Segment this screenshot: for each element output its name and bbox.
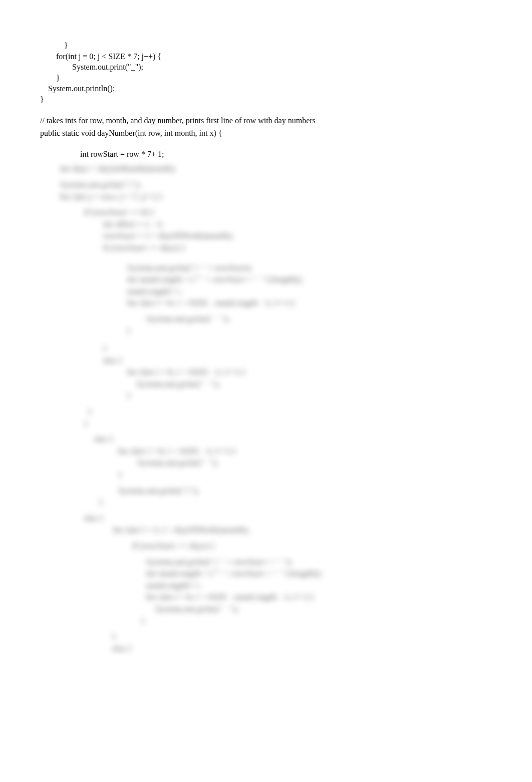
blurred-line: numLength++;	[110, 580, 502, 591]
blurred-line: numLength++;	[100, 286, 502, 297]
visible-code-line: int rowStart = row * 7+ 1;	[60, 149, 502, 160]
blurred-line: for (int i = 0; i < SIZE - numLength - 1…	[110, 592, 502, 603]
blurred-line: System.out.print(" ");	[100, 379, 502, 390]
blurred-line: else {	[85, 643, 502, 654]
blurred-line: for (int j = row; j < 7; j++) {	[60, 191, 502, 202]
blurred-line: if (rowStart <= days) {	[85, 242, 502, 253]
blurred-line: if (rowStart <= 0) {	[75, 207, 502, 218]
blurred-line: System.out.print("|");	[60, 179, 502, 190]
blurred-line: System.out.print("|");	[100, 485, 502, 496]
blurred-line: }	[100, 325, 502, 336]
blurred-line: }	[85, 631, 502, 642]
blurred-code-region: int days = dayInMonth(month); System.out…	[40, 163, 502, 654]
blurred-line: int numLength = ("" + rowStart + " ").le…	[110, 568, 502, 579]
blurred-line: for (int i = 0; i < SIZE - 1; i++) {	[100, 446, 502, 457]
blurred-line: }	[90, 497, 502, 508]
blurred-line: int numLength = ("" + rowStart + " ").le…	[100, 274, 502, 285]
blurred-line: }	[85, 343, 502, 354]
blurred-line: else {	[85, 355, 502, 366]
blurred-line: }	[100, 469, 502, 480]
method-comment: // takes ints for row, month, and day nu…	[40, 115, 371, 126]
blurred-line: int offset = x - 1;	[85, 219, 502, 230]
method-signature: public static void dayNumber(int row, in…	[40, 128, 502, 139]
blurred-line: System.out.print("| " + rowStart);	[100, 263, 502, 274]
blurred-line: rowStart = 1 + dayOfWeek(month);	[85, 230, 502, 241]
blurred-line: }	[75, 418, 502, 429]
blurred-line: else {	[75, 513, 502, 524]
blurred-line: System.out.print("| " + rowStart + " ");	[110, 557, 502, 568]
blurred-line: else {	[85, 434, 502, 445]
blurred-line: System.out.print(" ");	[110, 457, 502, 468]
blurred-line: for (int i = 1; i < dayOfWeek(month);	[95, 525, 502, 536]
blurred-line: int days = dayInMonth(month);	[60, 163, 502, 174]
blurred-line: for (int i = 0; i < SIZE - numLength - 1…	[100, 298, 502, 309]
blurred-line: for (int i = 0; i < SIZE - 1; i++) {	[100, 367, 502, 378]
blurred-line: }	[70, 406, 502, 417]
blurred-line: System.out.print(" ");	[110, 604, 502, 615]
code-snippet-top: } for(int j = 0; j < SIZE * 7; j++) { Sy…	[40, 40, 502, 105]
blurred-line: if (rowStart <= days) {	[105, 541, 502, 552]
blurred-line: System.out.print(" ");	[110, 314, 502, 325]
blurred-line: }	[105, 616, 502, 627]
blurred-line: }	[100, 390, 502, 401]
